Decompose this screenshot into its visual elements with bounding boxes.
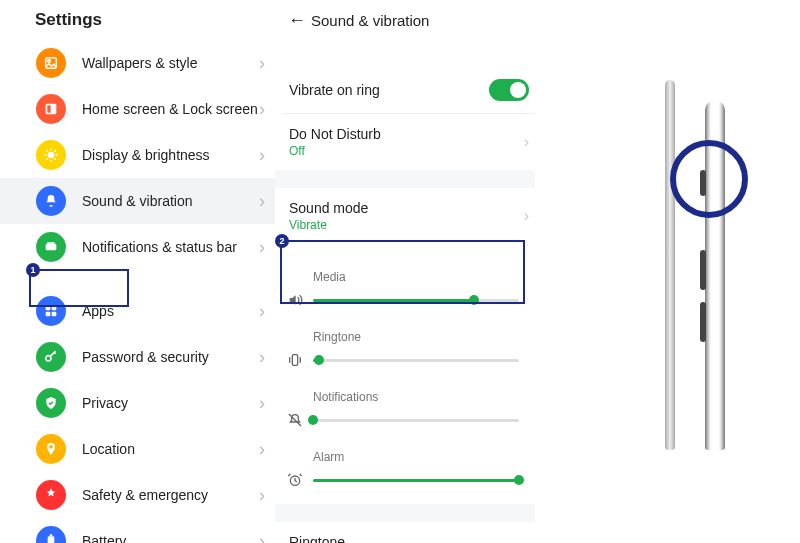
settings-item-privacy[interactable]: Privacy › — [0, 380, 275, 426]
settings-item-safety[interactable]: Safety & emergency › — [0, 472, 275, 518]
settings-item-label: Privacy — [82, 395, 259, 411]
svg-rect-12 — [48, 536, 55, 543]
chevron-right-icon: › — [259, 145, 265, 166]
key-icon — [36, 342, 66, 372]
ringtone-label: Ringtone — [289, 534, 524, 543]
ringtone-slider-label: Ringtone — [313, 330, 519, 344]
statusbar-icon — [36, 232, 66, 262]
sound-header: ← Sound & vibration — [275, 0, 535, 41]
notifications-slider-row: Notifications — [283, 380, 527, 440]
vibrate-icon — [285, 350, 305, 370]
settings-item-battery[interactable]: Battery › — [0, 518, 275, 543]
svg-rect-3 — [47, 105, 50, 112]
highlight-box-1 — [29, 269, 129, 307]
svg-rect-13 — [50, 534, 53, 536]
svg-rect-10 — [52, 312, 57, 317]
settings-item-label: Home screen & Lock screen — [82, 101, 259, 117]
svg-rect-6 — [47, 242, 55, 243]
chevron-right-icon: › — [259, 347, 265, 368]
phone-illustration — [545, 0, 800, 543]
svg-point-11 — [46, 356, 51, 361]
svg-point-4 — [48, 152, 53, 157]
sound-mode-row[interactable]: Sound mode Vibrate › — [283, 188, 535, 244]
settings-item-label: Sound & vibration — [82, 193, 259, 209]
settings-item-label: Notifications & status bar — [82, 239, 259, 255]
highlight-circle — [670, 140, 748, 218]
sound-mode-sub: Vibrate — [289, 218, 524, 232]
vibrate-on-ring-toggle[interactable] — [489, 79, 529, 101]
chevron-right-icon: › — [259, 301, 265, 322]
alarm-icon — [285, 470, 305, 490]
alarm-slider[interactable] — [313, 479, 519, 482]
chevron-right-icon: › — [524, 133, 529, 151]
ringtone-row[interactable]: Ringtone SIM1: it's realme SIM2: it's re… — [283, 522, 535, 543]
settings-item-homescreen[interactable]: Home screen & Lock screen › — [0, 86, 275, 132]
settings-item-display[interactable]: Display & brightness › — [0, 132, 275, 178]
chevron-right-icon: › — [259, 439, 265, 460]
emergency-icon — [36, 480, 66, 510]
chevron-right-icon: › — [259, 393, 265, 414]
settings-item-wallpapers[interactable]: Wallpapers & style › — [0, 40, 275, 86]
phone-edge-left — [665, 80, 675, 450]
settings-item-label: Battery — [82, 533, 259, 543]
vibrate-on-ring-label: Vibrate on ring — [289, 82, 489, 98]
notifications-slider-label: Notifications — [313, 390, 519, 404]
svg-rect-2 — [46, 104, 57, 115]
brightness-icon — [36, 140, 66, 170]
chevron-right-icon: › — [259, 99, 265, 120]
settings-item-label: Wallpapers & style — [82, 55, 259, 71]
settings-item-label: Password & security — [82, 349, 259, 365]
highlight-badge-1: 1 — [26, 263, 40, 277]
chevron-right-icon: › — [259, 485, 265, 506]
chevron-right-icon: › — [524, 207, 529, 225]
dnd-row[interactable]: Do Not Disturb Off › — [283, 113, 535, 170]
settings-item-label: Location — [82, 441, 259, 457]
homescreen-icon — [36, 94, 66, 124]
dnd-label: Do Not Disturb — [289, 126, 524, 142]
alarm-slider-row: Alarm — [283, 440, 527, 500]
settings-item-sound[interactable]: Sound & vibration › — [0, 178, 275, 224]
bell-off-icon — [285, 410, 305, 430]
bell-icon — [36, 186, 66, 216]
svg-rect-0 — [46, 58, 57, 69]
chevron-right-icon: › — [259, 531, 265, 544]
chevron-right-icon: › — [259, 53, 265, 74]
back-arrow-icon[interactable]: ← — [283, 10, 311, 31]
alarm-slider-label: Alarm — [313, 450, 519, 464]
ringtone-slider[interactable] — [313, 359, 519, 362]
dnd-sub: Off — [289, 144, 524, 158]
settings-item-notifications[interactable]: Notifications & status bar › — [0, 224, 275, 270]
settings-title: Settings — [0, 0, 275, 40]
sound-title: Sound & vibration — [311, 12, 429, 29]
shield-icon — [36, 388, 66, 418]
vibrate-on-ring-row[interactable]: Vibrate on ring — [283, 67, 535, 113]
notifications-slider[interactable] — [313, 419, 519, 422]
highlight-badge-2: 2 — [275, 234, 289, 248]
wallpaper-icon — [36, 48, 66, 78]
settings-item-location[interactable]: Location › — [0, 426, 275, 472]
settings-item-label: Safety & emergency — [82, 487, 259, 503]
highlight-box-2 — [280, 240, 525, 304]
sound-mode-label: Sound mode — [289, 200, 524, 216]
svg-rect-14 — [292, 355, 297, 366]
chevron-right-icon: › — [259, 191, 265, 212]
chevron-right-icon: › — [259, 237, 265, 258]
svg-rect-5 — [46, 244, 57, 251]
volume-up-button — [700, 250, 706, 290]
volume-down-button — [700, 302, 706, 342]
svg-point-1 — [48, 60, 51, 63]
settings-item-label: Display & brightness — [82, 147, 259, 163]
svg-rect-9 — [46, 312, 51, 317]
ringtone-slider-row: Ringtone — [283, 320, 527, 380]
battery-icon — [36, 526, 66, 543]
settings-item-password[interactable]: Password & security › — [0, 334, 275, 380]
location-icon — [36, 434, 66, 464]
